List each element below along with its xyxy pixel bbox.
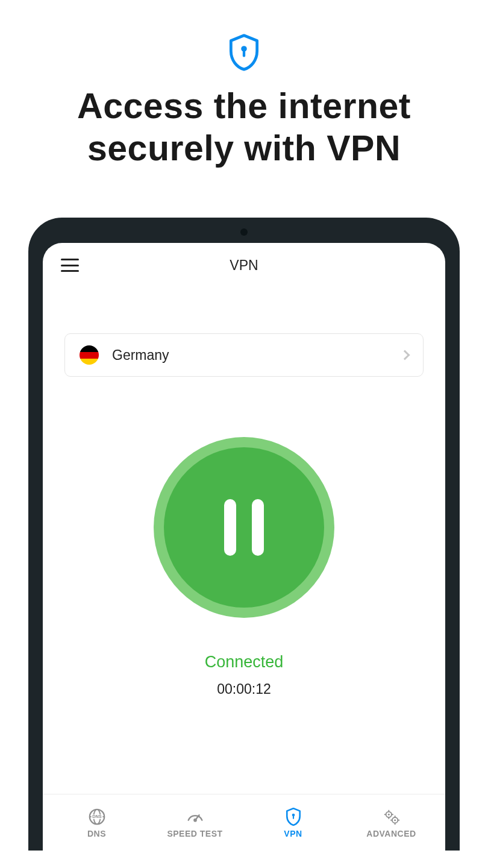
bottom-nav: DNS DNS SPEED TEST	[43, 794, 445, 851]
nav-item-dns[interactable]: DNS DNS	[48, 807, 146, 838]
country-name: Germany	[112, 347, 401, 363]
connection-timer: 00:00:12	[217, 681, 271, 697]
svg-rect-10	[292, 816, 293, 819]
pause-icon	[164, 447, 324, 608]
gauge-icon	[186, 807, 205, 826]
shield-lock-icon	[228, 34, 260, 71]
gears-icon	[382, 807, 401, 826]
nav-label-vpn: VPN	[284, 829, 302, 838]
device-camera-dot	[240, 228, 248, 236]
dns-icon: DNS	[87, 807, 107, 826]
connection-status: Connected	[205, 653, 284, 671]
svg-rect-1	[243, 51, 245, 57]
shield-icon	[284, 807, 303, 826]
headline-line2: securely with VPN	[87, 128, 401, 168]
svg-point-12	[387, 813, 389, 815]
country-selector[interactable]: Germany	[64, 333, 424, 377]
screen-title: VPN	[230, 257, 258, 274]
chevron-right-icon	[400, 350, 410, 360]
headline: Access the internet securely with VPN	[77, 86, 411, 169]
topbar: VPN	[43, 245, 445, 285]
svg-point-18	[394, 819, 396, 821]
content-area: Germany Connected 00:00:12	[43, 285, 445, 794]
nav-item-vpn[interactable]: VPN	[244, 807, 342, 838]
connect-toggle-button[interactable]	[154, 437, 334, 618]
promo-page: Access the internet securely with VPN VP…	[0, 0, 488, 868]
nav-label-speed: SPEED TEST	[167, 829, 222, 838]
nav-item-speed[interactable]: SPEED TEST	[146, 807, 244, 838]
svg-text:DNS: DNS	[92, 814, 102, 819]
flag-germany-icon	[80, 345, 99, 365]
headline-line1: Access the internet	[77, 86, 411, 126]
nav-label-advanced: ADVANCED	[366, 829, 416, 838]
menu-icon[interactable]	[61, 259, 79, 272]
app-screen: VPN Germany	[43, 243, 445, 851]
device-frame: VPN Germany	[28, 218, 460, 851]
nav-label-dns: DNS	[87, 829, 106, 838]
nav-item-advanced[interactable]: ADVANCED	[342, 807, 440, 838]
